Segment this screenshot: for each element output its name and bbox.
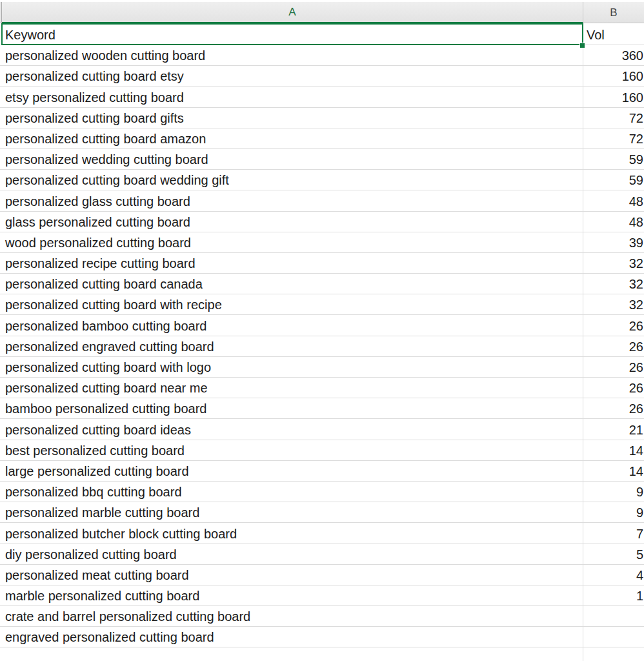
keyword-cell[interactable]: personalized cutting board with logo (0, 357, 583, 378)
vol-cell[interactable]: 26 (583, 357, 644, 378)
keyword-cell[interactable]: personalized cutting board etsy (0, 66, 583, 86)
keyword-cell[interactable]: personalized recipe cutting board (0, 253, 583, 274)
vol-cell[interactable]: 5 (583, 544, 644, 565)
table-row: crate and barrel personalized cutting bo… (0, 606, 644, 627)
keyword-cell[interactable]: wood personalized cutting board (0, 232, 583, 253)
keyword-cell[interactable]: bamboo personalized cutting board (0, 398, 583, 419)
keyword-cell[interactable]: crate and barrel personalized cutting bo… (0, 606, 583, 627)
keyword-cell[interactable]: personalized cutting board wedding gift (0, 170, 583, 190)
keyword-cell[interactable] (0, 647, 583, 661)
column-header-band: A B (0, 2, 644, 23)
table-row: marble personalized cutting board1 (0, 585, 644, 606)
table-row: personalized engraved cutting board26 (0, 336, 644, 357)
keyword-cell[interactable]: personalized cutting board canada (0, 274, 583, 294)
keyword-cell[interactable]: personalized engraved cutting board (0, 336, 583, 357)
vol-cell[interactable]: 26 (583, 398, 644, 419)
column-header-b[interactable]: B (583, 2, 644, 23)
keyword-cell[interactable]: personalized butcher block cutting board (0, 523, 583, 544)
spreadsheet-grid: A B Keyword Vol personalized wooden cutt… (0, 0, 644, 661)
table-row: personalized cutting board etsy160 (0, 66, 644, 86)
table-row: personalized glass cutting board48 (0, 190, 644, 211)
vol-cell[interactable]: 7 (583, 523, 644, 544)
table-row: best personalized cutting board14 (0, 440, 644, 461)
keyword-cell[interactable]: personalized cutting board near me (0, 378, 583, 398)
table-row: personalized meat cutting board4 (0, 565, 644, 585)
vol-cell[interactable]: 39 (583, 232, 644, 253)
vol-cell[interactable] (583, 647, 644, 661)
vol-cell[interactable]: 160 (583, 86, 644, 107)
keyword-cell[interactable]: personalized wedding cutting board (0, 149, 583, 170)
table-row: glass personalized cutting board48 (0, 212, 644, 232)
table-row: personalized bbq cutting board9 (0, 482, 644, 502)
vol-cell[interactable]: 14 (583, 440, 644, 461)
cell-a1-keyword[interactable]: Keyword (1, 23, 583, 45)
table-row: personalized cutting board with recipe32 (0, 294, 644, 315)
vol-cell[interactable]: 32 (583, 253, 644, 274)
vol-cell[interactable]: 21 (583, 419, 644, 440)
vol-cell[interactable]: 48 (583, 212, 644, 232)
column-header-a[interactable]: A (2, 2, 583, 23)
table-row: personalized recipe cutting board32 (0, 253, 644, 274)
vol-cell[interactable]: 360 (583, 45, 644, 66)
keyword-cell[interactable]: personalized marble cutting board (0, 502, 583, 523)
keyword-cell[interactable]: personalized wooden cutting board (0, 45, 583, 66)
vol-cell[interactable]: 32 (583, 294, 644, 315)
table-row: personalized cutting board with logo26 (0, 357, 644, 378)
table-row: personalized cutting board near me26 (0, 378, 644, 398)
keyword-cell[interactable]: large personalized cutting board (0, 461, 583, 482)
keyword-cell[interactable]: personalized bbq cutting board (0, 482, 583, 502)
table-row: etsy personalized cutting board160 (0, 86, 644, 107)
selection-fill-handle[interactable] (579, 43, 585, 48)
table-row: personalized butcher block cutting board… (0, 523, 644, 544)
keyword-cell[interactable]: personalized cutting board amazon (0, 128, 583, 149)
table-row: personalized cutting board ideas21 (0, 419, 644, 440)
keyword-cell[interactable]: personalized cutting board gifts (0, 108, 583, 128)
vol-cell[interactable]: 72 (583, 128, 644, 149)
keyword-cell[interactable]: personalized cutting board ideas (0, 419, 583, 440)
keyword-cell[interactable]: personalized meat cutting board (0, 565, 583, 585)
table-row: personalized wedding cutting board59 (0, 149, 644, 170)
vol-cell[interactable]: 26 (583, 336, 644, 357)
vol-cell[interactable]: 160 (583, 66, 644, 86)
table-row: personalized wooden cutting board360 (0, 45, 644, 66)
table-row: engraved personalized cutting board (0, 627, 644, 647)
table-row: personalized cutting board gifts72 (0, 108, 644, 128)
keyword-cell[interactable]: best personalized cutting board (0, 440, 583, 461)
vol-cell[interactable]: 32 (583, 274, 644, 294)
vol-cell[interactable]: 59 (583, 170, 644, 190)
table-row: personalized cutting board canada32 (0, 274, 644, 294)
keyword-cell[interactable]: personalized bamboo cutting board (0, 315, 583, 336)
table-row: large personalized cutting board14 (0, 461, 644, 482)
table-row: personalized marble cutting board9 (0, 502, 644, 523)
keyword-cell[interactable]: etsy personalized cutting board (0, 86, 583, 107)
keyword-cell[interactable]: engraved personalized cutting board (0, 627, 583, 647)
keyword-cell[interactable]: diy personalized cutting board (0, 544, 583, 565)
vol-cell[interactable]: 14 (583, 461, 644, 482)
vol-cell[interactable]: 48 (583, 190, 644, 211)
table-row: personalized cutting board amazon72 (0, 128, 644, 149)
vol-cell[interactable]: 26 (583, 315, 644, 336)
table-row: bamboo personalized cutting board26 (0, 398, 644, 419)
table-row: personalized bamboo cutting board26 (0, 315, 644, 336)
vol-cell[interactable] (583, 606, 644, 627)
vol-cell[interactable]: 1 (583, 585, 644, 606)
vol-cell[interactable]: 9 (583, 482, 644, 502)
vol-cell[interactable]: 59 (583, 149, 644, 170)
keyword-cell[interactable]: marble personalized cutting board (0, 585, 583, 606)
table-row: wood personalized cutting board39 (0, 232, 644, 253)
vol-cell[interactable] (583, 627, 644, 647)
vol-cell[interactable]: 72 (583, 108, 644, 128)
table-row: personalized cutting board wedding gift5… (0, 170, 644, 190)
keyword-cell[interactable]: glass personalized cutting board (0, 212, 583, 232)
table-row: diy personalized cutting board5 (0, 544, 644, 565)
header-row: Keyword Vol (0, 23, 644, 45)
vol-cell[interactable]: 4 (583, 565, 644, 585)
keyword-cell[interactable]: personalized cutting board with recipe (0, 294, 583, 315)
vol-cell[interactable]: 9 (583, 502, 644, 523)
vol-cell[interactable]: 26 (583, 378, 644, 398)
cell-b1-vol[interactable]: Vol (583, 23, 644, 45)
data-rows: personalized wooden cutting board360pers… (0, 45, 644, 661)
keyword-cell[interactable]: personalized glass cutting board (0, 190, 583, 211)
empty-row (0, 647, 644, 661)
